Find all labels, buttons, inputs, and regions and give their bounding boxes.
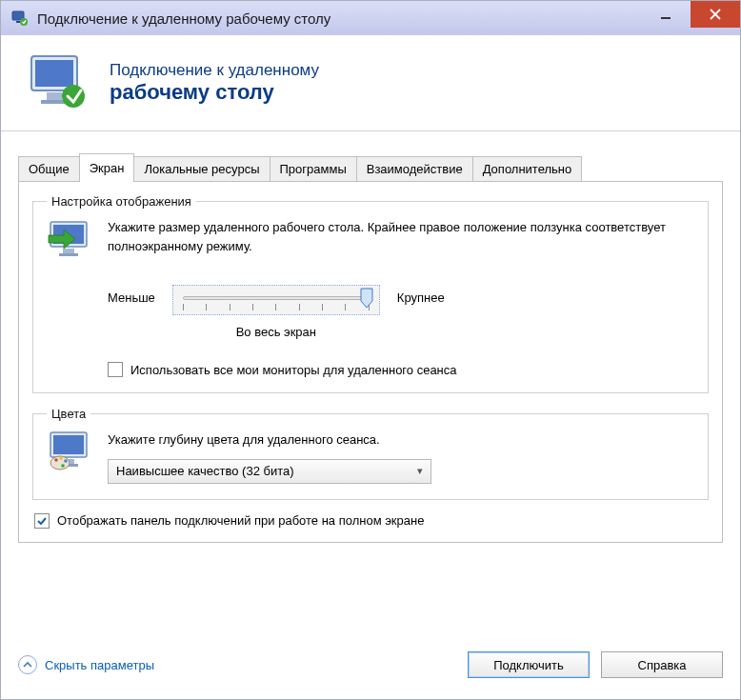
use-all-monitors-checkbox[interactable]: [108, 362, 123, 377]
help-button[interactable]: Справка: [601, 651, 723, 678]
app-icon: [10, 9, 30, 28]
header-text: Подключение к удаленному рабочему столу: [110, 61, 319, 105]
hide-options-link[interactable]: Скрыть параметры: [18, 655, 154, 674]
use-all-monitors-label: Использовать все мои мониторы для удален…: [130, 363, 457, 377]
svg-point-20: [54, 458, 58, 462]
collapse-icon: [18, 655, 37, 674]
colors-body: Укажите глубину цвета для удаленного сеа…: [108, 430, 694, 484]
display-desc: Укажите размер удаленного рабочего стола…: [108, 218, 694, 260]
slider-thumb[interactable]: [360, 288, 373, 309]
close-button[interactable]: [691, 1, 740, 28]
slider-label-more: Крупнее: [397, 285, 445, 305]
color-depth-combobox[interactable]: Наивысшее качество (32 бита) ▾: [108, 459, 431, 484]
svg-rect-14: [59, 253, 78, 256]
svg-rect-13: [63, 249, 74, 253]
check-icon: [36, 515, 48, 527]
footer-buttons: Подключить Справка: [468, 651, 723, 678]
monitor-palette-icon: [47, 430, 94, 472]
svg-rect-16: [53, 435, 84, 454]
resolution-slider-row: Меньше: [108, 285, 694, 339]
color-depth-value: Наивысшее качество (32 бита): [116, 464, 294, 478]
svg-rect-3: [661, 17, 671, 19]
tabstrip: Общие Экран Локальные ресурсы Программы …: [18, 153, 723, 182]
connection-bar-row: Отображать панель подключений при работе…: [34, 513, 707, 529]
svg-rect-1: [16, 21, 20, 23]
rdc-logo-icon: [24, 52, 92, 113]
connection-bar-checkbox[interactable]: [34, 513, 50, 529]
chevron-up-icon: [23, 660, 32, 670]
svg-point-10: [62, 85, 85, 108]
connection-bar-label: Отображать панель подключений при работе…: [57, 513, 424, 528]
colors-desc: Укажите глубину цвета для удаленного сеа…: [108, 430, 694, 450]
titlebar: Подключение к удаленному рабочему столу: [1, 1, 740, 35]
colors-row: Укажите глубину цвета для удаленного сеа…: [47, 430, 694, 484]
display-desc-row: Укажите размер удаленного рабочего стола…: [47, 218, 694, 260]
minimize-icon: [660, 9, 671, 20]
slider-track: [172, 285, 380, 315]
svg-point-21: [59, 456, 63, 460]
header-line2: рабочему столу: [110, 80, 319, 105]
display-config-group: Настройка отображения Укажите размер уда…: [32, 194, 709, 393]
tab-screen[interactable]: Экран: [79, 153, 135, 181]
svg-rect-7: [35, 60, 73, 87]
svg-point-2: [20, 18, 28, 26]
slider-line: [183, 296, 370, 300]
hide-options-label: Скрыть параметры: [45, 658, 154, 672]
header-line1: Подключение к удаленному: [110, 61, 319, 80]
close-icon: [710, 9, 721, 20]
tab-local-resources[interactable]: Локальные ресурсы: [133, 156, 270, 181]
display-config-legend: Настройка отображения: [47, 194, 196, 209]
minimize-button[interactable]: [641, 1, 691, 28]
dialog-header: Подключение к удаленному рабочему столу: [1, 35, 740, 131]
chevron-down-icon: ▾: [417, 465, 423, 477]
svg-point-22: [64, 459, 68, 463]
colors-group: Цвета: [32, 407, 709, 500]
monitor-arrow-icon: [47, 218, 94, 260]
tab-panel-screen: Настройка отображения Укажите размер уда…: [18, 181, 723, 543]
slider-ticks: [183, 304, 370, 310]
tab-experience[interactable]: Взаимодействие: [356, 156, 473, 181]
slider-label-less: Меньше: [108, 285, 155, 305]
use-all-monitors-row: Использовать все мои мониторы для удален…: [108, 362, 694, 377]
window-title: Подключение к удаленному рабочему столу: [37, 10, 641, 27]
tab-programs[interactable]: Программы: [270, 156, 357, 181]
resolution-slider[interactable]: Во весь экран: [172, 285, 380, 339]
window-controls: [641, 1, 740, 35]
dialog-footer: Скрыть параметры Подключить Справка: [18, 651, 723, 678]
dialog-content: Общие Экран Локальные ресурсы Программы …: [1, 131, 740, 554]
tab-general[interactable]: Общие: [18, 156, 80, 181]
colors-legend: Цвета: [47, 407, 90, 421]
connect-button[interactable]: Подключить: [468, 651, 590, 678]
svg-point-23: [61, 464, 65, 468]
svg-rect-8: [47, 92, 62, 100]
slider-value-label: Во весь экран: [172, 325, 380, 339]
tab-advanced[interactable]: Дополнительно: [472, 156, 583, 181]
rdc-window: Подключение к удаленному рабочему столу: [0, 0, 741, 700]
